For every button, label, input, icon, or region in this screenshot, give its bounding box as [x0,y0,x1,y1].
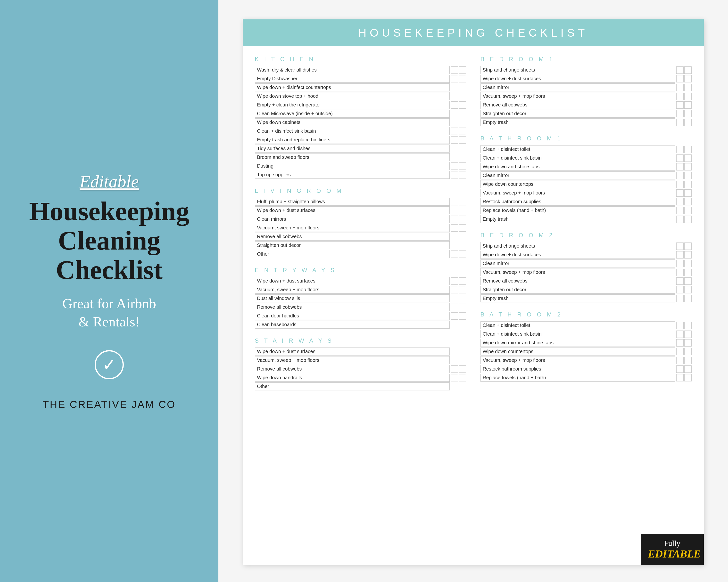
editable-label: Editable [80,172,139,192]
list-item: Clean Microwave (inside + outside) [255,110,466,118]
list-item: Clean + disinfect toilet [480,145,692,153]
list-item: Wipe down + disinfect countertops [255,83,466,91]
section-bedroom1: B E D R O O M 1 Strip and change sheets … [480,56,692,126]
list-item: Clean door handles [255,312,466,320]
list-item: Replace towels (hand + bath) [480,206,692,214]
list-item: Empty trash and replace bin liners [255,136,466,144]
list-item: Wipe down + dust surfaces [255,206,466,214]
list-item: Wipe down + dust surfaces [480,251,692,259]
list-item: Restock bathroom supplies [480,365,692,373]
list-item: Clean + disinfect sink basin [480,154,692,162]
list-item: Clean + disinfect sink basin [255,127,466,135]
section-bedroom2: B E D R O O M 2 Strip and change sheets … [480,232,692,302]
list-item: Remove all cobwebs [255,232,466,241]
section-title-entryways: E N T R Y W A Y S [255,267,466,275]
list-item: Wipe down cabinets [255,118,466,126]
list-item: Straighten out decor [480,286,692,294]
right-panel: HOUSEKEEPING CHECKLIST K I T C H E N Was… [218,0,728,582]
section-title-living-room: L I V I N G R O O M [255,188,466,195]
list-item: Empty Dishwasher [255,75,466,83]
document: HOUSEKEEPING CHECKLIST K I T C H E N Was… [243,20,704,565]
section-title-bathroom2: B A T H R O O M 2 [480,311,692,319]
list-item: Remove all cobwebs [480,277,692,285]
list-item: Fluff, plump + straighten pillows [255,198,466,206]
section-title-bathroom1: B A T H R O O M 1 [480,135,692,143]
list-item: Wipe down mirror and shine taps [480,339,692,347]
section-bathroom2: B A T H R O O M 2 Clean + disinfect toil… [480,311,692,382]
doc-body: K I T C H E N Wash, dry & clear all dish… [243,56,704,411]
doc-title: HOUSEKEEPING CHECKLIST [257,26,689,39]
list-item: Straighten out decor [255,241,466,249]
list-item: Wipe down + dust surfaces [255,348,466,356]
list-item: Wipe down and shine taps [480,163,692,171]
list-item: Vacuum, sweep + mop floors [255,286,466,294]
subtitle: Great for Airbnb& Rentals! [62,295,156,331]
section-title-bedroom2: B E D R O O M 2 [480,232,692,240]
list-item: Clean mirror [480,259,692,268]
banner-fully: Fully [648,539,697,548]
list-item: Clean + disinfect sink basin [480,330,692,338]
list-item: Wipe down handrails [255,374,466,382]
brand-name: THE CREATIVE JAM CO [43,399,176,410]
list-item: Replace towels (hand + bath) [480,374,692,382]
list-item: Tidy surfaces and dishes [255,144,466,153]
list-item: Wipe down stove top + hood [255,92,466,100]
list-item: Other [255,250,466,258]
left-column: K I T C H E N Wash, dry & clear all dish… [255,56,473,399]
list-item: Empty trash [480,215,692,223]
list-item: Top up supplies [255,171,466,179]
list-item: Remove all cobwebs [255,303,466,311]
list-item: Clean mirror [480,83,692,91]
list-item: Clean baseboards [255,321,466,329]
right-column: B E D R O O M 1 Strip and change sheets … [473,56,692,399]
section-bathroom1: B A T H R O O M 1 Clean + disinfect toil… [480,135,692,223]
section-entryways: E N T R Y W A Y S Wipe down + dust surfa… [255,267,466,329]
list-item: Clean mirror [480,171,692,179]
list-item: Wipe down + dust surfaces [480,75,692,83]
section-title-bedroom1: B E D R O O M 1 [480,56,692,63]
section-title-kitchen: K I T C H E N [255,56,466,63]
list-item: Remove all cobwebs [255,365,466,373]
list-item: Remove all cobwebs [480,101,692,109]
list-item: Wipe down + dust surfaces [255,277,466,285]
list-item: Strip and change sheets [480,242,692,250]
doc-header: HOUSEKEEPING CHECKLIST [243,20,704,46]
list-item: Wipe down countertops [480,180,692,188]
list-item: Clean mirrors [255,215,466,223]
list-item: Dusting [255,162,466,170]
left-panel: Editable HousekeepingCleaningChecklist G… [0,0,218,582]
list-item: Clean + disinfect toilet [480,321,692,329]
section-living-room: L I V I N G R O O M Fluff, plump + strai… [255,188,466,258]
banner-editable: EDITABLE [648,548,697,560]
list-item: Broom and sweep floors [255,153,466,161]
list-item: Restock bathroom supplies [480,198,692,206]
list-item: Empty + clean the refrigerator [255,101,466,109]
list-item: Vacuum, sweep + mop floors [480,268,692,276]
section-stairways: S T A I R W A Y S Wipe down + dust surfa… [255,337,466,390]
list-item: Wash, dry & clear all dishes [255,66,466,74]
list-item: Other [255,382,466,390]
list-item: Wipe down countertops [480,348,692,356]
list-item: Straighten out decor [480,110,692,118]
section-title-stairways: S T A I R W A Y S [255,337,466,345]
list-item: Vacuum, sweep + mop floors [480,92,692,100]
list-item: Vacuum, sweep + mop floors [255,224,466,232]
list-item: Dust all window sills [255,295,466,302]
main-title: HousekeepingCleaningChecklist [29,197,189,285]
list-item: Vacuum, sweep + mop floors [255,356,466,364]
list-item: Vacuum, sweep + mop floors [480,189,692,197]
section-kitchen: K I T C H E N Wash, dry & clear all dish… [255,56,466,179]
fully-editable-banner: Fully EDITABLE [641,534,704,565]
list-item: Empty trash [480,295,692,302]
list-item: Strip and change sheets [480,66,692,74]
list-item: Vacuum, sweep + mop floors [480,356,692,364]
checkmark-icon [95,350,124,379]
list-item: Empty trash [480,118,692,126]
